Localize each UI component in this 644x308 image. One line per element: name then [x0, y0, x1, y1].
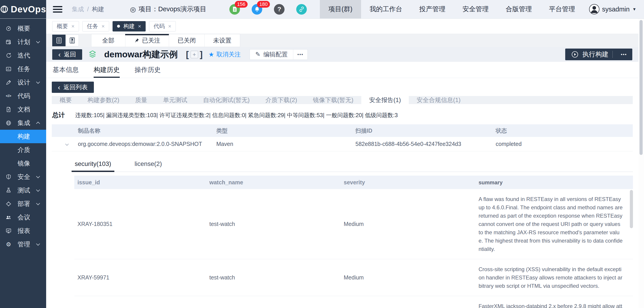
pencil-icon: ✎	[255, 51, 260, 58]
top-bar: DevOps 集成 / 构建 ◎ 项目：Devops演示项目 156 180	[0, 0, 644, 19]
nav-workbench[interactable]: 我的工作台	[361, 0, 411, 18]
sidebar-item-plan[interactable]: 计划	[0, 35, 46, 49]
table-scrollbar-thumb[interactable]	[630, 190, 633, 228]
tab-overview[interactable]: 概要	[52, 96, 80, 104]
filter-tab-unset[interactable]: 未设置	[204, 34, 240, 47]
version-bracket-group: [ + ]	[186, 50, 202, 59]
tab-artifact-download[interactable]: 介质下载(2)	[258, 96, 305, 104]
tab-quality[interactable]: 质量	[127, 96, 155, 104]
notifications-icon-button[interactable]: 180	[252, 4, 262, 15]
sidebar-item-security[interactable]: 安全	[0, 170, 46, 184]
docs-icon-button[interactable]: 156	[229, 4, 240, 15]
sidebar-item-code[interactable]: </> 代码	[0, 89, 46, 103]
expand-row-icon[interactable]	[65, 142, 69, 146]
severity: Medium	[344, 274, 478, 281]
sidebar-item-meeting[interactable]: 会议	[0, 211, 46, 224]
page-scrollbar-thumb[interactable]	[640, 20, 643, 155]
unfollow-link[interactable]: ★ 取消关注	[208, 50, 241, 58]
issue-row: XRAY-59971 test-watch Medium Cross-site …	[74, 259, 633, 296]
list-view-icon	[56, 37, 62, 44]
watch-name: test-watch	[209, 221, 344, 227]
run-build-button[interactable]: 执行构建 •••	[565, 49, 632, 60]
filter-tab-followed[interactable]: 已关注	[125, 34, 169, 47]
workspace-tab-build[interactable]: 构建 ×	[112, 21, 146, 31]
chevron-down-icon	[36, 201, 40, 205]
workspace-tab-bar: 概要 × 任务 × 构建 × 代码 ×	[46, 19, 638, 34]
sidebar-item-design[interactable]: 设计	[0, 76, 46, 89]
add-button[interactable]: +	[191, 51, 198, 58]
back-button[interactable]: ‹ 返回	[52, 49, 82, 60]
close-icon[interactable]: ×	[71, 23, 74, 29]
issue-row: XRAY-180351 test-watch Medium A flaw was…	[74, 189, 633, 259]
back-to-list-button[interactable]: ‹ 返回列表	[52, 82, 94, 93]
breadcrumb-parent[interactable]: 集成	[72, 5, 84, 13]
nav-release-mgmt[interactable]: 投产管理	[411, 0, 454, 18]
nav-security-mgmt[interactable]: 安全管理	[454, 0, 497, 18]
workspace-tab-code[interactable]: 代码 ×	[149, 21, 176, 31]
nav-version-mgmt[interactable]: 合版管理	[497, 0, 540, 18]
chevron-left-icon: ‹	[58, 84, 60, 91]
dashboard-icon	[5, 26, 12, 31]
workspace-tab-overview[interactable]: 概要 ×	[52, 21, 79, 31]
edit-config-button[interactable]: ✎ 编辑配置	[250, 50, 293, 58]
link-icon[interactable]	[296, 4, 307, 15]
iteration-icon	[5, 53, 12, 58]
subtab-operation-history[interactable]: 操作历史	[134, 62, 161, 78]
tab-security-report[interactable]: 安全报告(1)	[361, 96, 409, 104]
issue-id: XRAY-180351	[74, 221, 209, 227]
filter-tab-closed[interactable]: 已关闭	[169, 34, 204, 47]
build-page-header: ‹ 返回 demowar构建示例 [ + ] ★ 取消关注	[46, 47, 638, 62]
subtab-basic-info[interactable]: 基本信息	[53, 62, 79, 78]
sidebar-item-image[interactable]: 镜像	[0, 157, 46, 170]
document-icon	[5, 107, 12, 112]
summary: A flaw was found in RESTEasy in all vers…	[478, 189, 633, 259]
summary: Cross-site scripting (XSS) vulnerability…	[478, 259, 633, 296]
nav-projects[interactable]: 项目(群)	[320, 0, 361, 18]
project-eye-icon: ◎	[130, 5, 136, 13]
sidebar-item-admin[interactable]: ⚙ 管理	[0, 238, 46, 251]
watch-name: test-watch	[209, 274, 344, 281]
tab-image-download[interactable]: 镜像下载(暂无)	[305, 96, 361, 104]
sidebar-item-deploy[interactable]: 部署	[0, 197, 46, 211]
sidebar-item-report[interactable]: 报表	[0, 224, 46, 238]
tab-unit-test[interactable]: 单元测试	[155, 96, 195, 104]
tab-automation-test[interactable]: 自动化测试(暂无)	[195, 96, 258, 104]
page-scrollbar[interactable]	[638, 19, 644, 308]
sidebar-item-build[interactable]: 构建	[0, 130, 46, 143]
workspace-tab-task[interactable]: 任务 ×	[82, 21, 109, 31]
scan-id: 582e881b-c688-4b56-54e0-4247fee324d3	[356, 141, 496, 147]
help-icon[interactable]: ?	[274, 4, 284, 15]
close-icon[interactable]: ×	[168, 23, 171, 29]
tab-license-issues[interactable]: license(2)	[134, 160, 162, 171]
close-icon[interactable]: ×	[102, 23, 105, 29]
user-menu[interactable]: sysadmin ▼	[584, 4, 644, 14]
run-more-button[interactable]: •••	[617, 52, 631, 57]
tab-security-issues[interactable]: security(103)	[74, 160, 112, 171]
breadcrumb: 集成 / 构建	[72, 5, 104, 13]
sidebar-item-overview[interactable]: 概要	[0, 22, 46, 35]
sidebar-item-test[interactable]: 测试	[0, 184, 46, 197]
artifact-table: 制品名称 类型 扫描ID 状态 org.gocome.deveops:demow…	[52, 124, 633, 151]
sidebar-item-iteration[interactable]: 迭代	[0, 49, 46, 62]
close-icon[interactable]: ×	[138, 23, 141, 29]
tab-security-compliance[interactable]: 安全合规信息(1)	[409, 96, 468, 104]
tab-build-params[interactable]: 构建参数(2)	[80, 96, 127, 104]
list-view-button[interactable]	[52, 35, 66, 46]
more-actions-button[interactable]: •••	[293, 49, 308, 60]
question-mark: ?	[277, 6, 281, 13]
devops-logo-icon	[0, 5, 8, 14]
sidebar-item-integration[interactable]: 集成	[0, 116, 46, 130]
sidebar-item-task[interactable]: 任务	[0, 62, 46, 76]
breadcrumb-current[interactable]: 构建	[92, 5, 104, 13]
sidebar-item-document[interactable]: 文档	[0, 103, 46, 116]
filter-tab-all[interactable]: 全部	[92, 34, 125, 47]
notifications-count-badge: 180	[257, 1, 270, 8]
hamburger-menu-icon[interactable]	[53, 4, 62, 14]
project-selector[interactable]: ◎ 项目：Devops演示项目	[130, 5, 207, 14]
nav-platform-mgmt[interactable]: 平台管理	[540, 0, 584, 18]
board-view-button[interactable]	[66, 35, 79, 46]
build-detail-tabs: 概要 构建参数(2) 质量 单元测试 自动化测试(暂无) 介质下载(2) 镜像下…	[52, 96, 633, 104]
subtab-build-history[interactable]: 构建历史	[94, 62, 120, 78]
chevron-down-icon	[36, 40, 40, 43]
sidebar-item-artifact[interactable]: 介质	[0, 143, 46, 157]
